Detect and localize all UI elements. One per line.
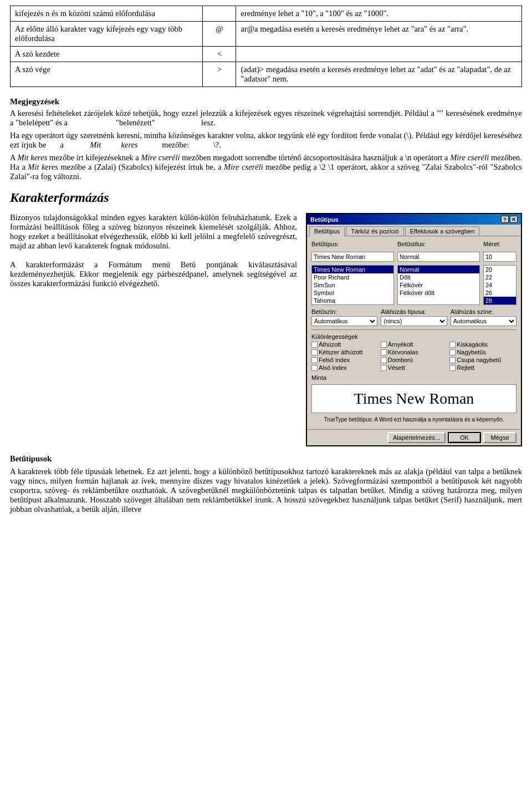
effect-label: Áthúzott: [319, 341, 341, 348]
style-input-col: [397, 252, 480, 262]
font-list-item[interactable]: Times New Roman: [312, 266, 393, 273]
size-label: Méret:: [483, 241, 516, 247]
style-label-col: Betűstílus:: [397, 241, 480, 248]
effect-domboru: Domború: [381, 357, 448, 363]
left-column: Bizonyos tulajdonságokkal minden egyes k…: [10, 213, 297, 446]
font-color-label: Betűszín:: [311, 308, 377, 315]
table-row: Az előtte álló karakter vagy kifejezés e…: [11, 22, 522, 47]
table-cell-symbol: >: [203, 62, 236, 87]
dialog-help-button[interactable]: ?: [501, 216, 509, 223]
preview-caption: TrueType betűtípus: A Word ezt használja…: [311, 416, 516, 423]
ok-button[interactable]: OK: [448, 432, 481, 443]
style-input[interactable]: [397, 252, 480, 262]
font-color-select[interactable]: Automatikus: [311, 316, 377, 326]
tab-tarkoz[interactable]: Tárkóz és pozíció: [346, 226, 403, 236]
effect-checkbox[interactable]: [311, 342, 318, 348]
underline-style-col: Aláhúzás típusa: (nincs): [381, 308, 447, 326]
effect-checkbox[interactable]: [381, 357, 387, 363]
effect-vesett: Vésett: [381, 364, 448, 371]
style-list-item[interactable]: Félkövér: [398, 281, 479, 289]
underline-color-label: Aláhúzás színe:: [451, 308, 516, 315]
style-listbox[interactable]: Normál Dőlt Félkövér Félkövér dőlt: [397, 265, 480, 305]
effect-checkbox[interactable]: [449, 357, 456, 363]
effect-athuzu: Áthúzott: [311, 341, 378, 348]
effect-label: Vésett: [388, 364, 405, 371]
size-input[interactable]: [483, 252, 516, 262]
table-cell-example: [236, 47, 522, 62]
effect-checkbox[interactable]: [449, 342, 456, 348]
effect-checkbox[interactable]: [449, 349, 456, 355]
effect-alsoindex: Alsó index: [311, 364, 378, 371]
font-list-item[interactable]: Times New Roman: [312, 304, 393, 305]
font-list-item[interactable]: Poor Richard: [312, 273, 393, 281]
effect-label: Árnyékolt: [388, 341, 413, 348]
font-listbox[interactable]: Times New Roman Poor Richard SimSun Symb…: [311, 265, 394, 305]
effect-checkbox[interactable]: [311, 349, 318, 355]
notes-para-2: Ha egy operátort úgy szeretnénk keresni,…: [10, 131, 522, 150]
font-list-item[interactable]: Tahoma: [312, 297, 393, 304]
size-list-item[interactable]: 20: [484, 266, 516, 273]
two-col-layout: Bizonyos tulajdonságokkal minden egyes k…: [10, 213, 522, 446]
dialog-divider-1: [311, 329, 516, 330]
font-input[interactable]: [311, 252, 394, 262]
page-content: kifejezés n és m közötti számú előfordul…: [0, 0, 532, 523]
dialog-lists-row: Times New Roman Poor Richard SimSun Symb…: [311, 265, 516, 305]
font-list-col: Times New Roman Poor Richard SimSun Symb…: [311, 265, 394, 305]
notes-heading: Megjegyzések: [10, 97, 522, 106]
effect-label: Csupa nagybetű: [457, 357, 501, 363]
betutipusok-text: A karakterek több féle típusúak lehetnek…: [10, 467, 522, 514]
effects-label: Különlegességek: [311, 333, 516, 340]
effect-checkbox[interactable]: [381, 365, 387, 371]
font-list-item[interactable]: SimSun: [312, 281, 393, 289]
betutipusok-heading-text: Betűtípusok: [10, 454, 52, 463]
dialog-close-button[interactable]: ✕: [510, 216, 518, 223]
default-button[interactable]: Alapértelmezés...: [387, 432, 446, 443]
effect-label: Nagybetűs: [457, 349, 486, 355]
underline-color-select[interactable]: Automatikus: [451, 316, 516, 326]
betutipusok-heading: Betűtípusok: [10, 454, 522, 464]
right-column: Betűtípus ? ✕ Betűtípus Tárkóz és pozíci…: [306, 213, 522, 446]
effect-felsoindex: Felső index: [311, 357, 378, 363]
size-list-item[interactable]: 24: [484, 281, 516, 289]
table-cell-example: ar@a megadása esetén a keresés eredménye…: [236, 22, 522, 47]
effect-checkbox[interactable]: [449, 365, 456, 371]
effect-checkbox[interactable]: [311, 357, 318, 363]
table-cell-symbol: [203, 6, 236, 22]
preview-text: Times New Roman: [354, 390, 474, 408]
preview-label: Minta: [311, 374, 516, 381]
underline-style-label: Aláhúzás típusa:: [381, 308, 447, 315]
table-cell-example: eredménye lehet a "10", a "100" és az "1…: [236, 6, 522, 22]
font-list-item[interactable]: Symbol: [312, 289, 393, 297]
main-table: kifejezés n és m közötti számú előfordul…: [10, 6, 522, 87]
font-label-col: Betűtípus:: [311, 241, 394, 248]
tab-effektusok[interactable]: Effektusok a szövegben: [405, 226, 480, 236]
table-cell-desc: Az előtte álló karakter vagy kifejezés e…: [11, 22, 203, 47]
effect-checkbox[interactable]: [311, 365, 318, 371]
table-cell-desc: A szó kezdete: [11, 47, 203, 62]
size-list-item[interactable]: 28: [484, 297, 516, 304]
effect-label: Alsó index: [319, 364, 347, 371]
effect-label: Domború: [388, 357, 413, 363]
size-listbox[interactable]: 20 22 24 26 28: [483, 265, 516, 305]
tab-betutipus[interactable]: Betűtípus: [309, 226, 345, 236]
effect-checkbox[interactable]: [381, 349, 387, 355]
table-row: kifejezés n és m közötti számú előfordul…: [11, 6, 522, 22]
font-color-col: Betűszín: Automatikus: [311, 308, 377, 326]
size-list-item[interactable]: 26: [484, 289, 516, 297]
notes-para-1: A keresési feltételeket zárójelek közé t…: [10, 109, 522, 128]
effect-csupanagybetus: Csupa nagybetű: [449, 357, 516, 363]
underline-style-select[interactable]: (nincs): [381, 316, 447, 326]
style-list-item[interactable]: Dőlt: [398, 273, 479, 281]
notes-para-3: A Mit keres mezőbe írt kifejezéseknek a …: [10, 153, 522, 181]
effect-label: Kiskagáolis: [457, 341, 488, 348]
effect-arnyekolt: Árnyékolt: [381, 341, 448, 348]
font-input-col: [311, 252, 394, 262]
effect-checkbox[interactable]: [381, 342, 387, 348]
size-list-item[interactable]: 22: [484, 273, 516, 281]
cancel-button[interactable]: Mégse: [483, 432, 516, 443]
table-cell-example: (adat)> megadása esetén a keresés eredmé…: [236, 62, 522, 87]
style-list-item[interactable]: Normál: [398, 266, 479, 273]
size-list-col: 20 22 24 26 28: [483, 265, 516, 305]
style-list-item[interactable]: Félkövér dőlt: [398, 289, 479, 297]
dialog-titlebar: Betűtípus ? ✕: [307, 214, 521, 225]
